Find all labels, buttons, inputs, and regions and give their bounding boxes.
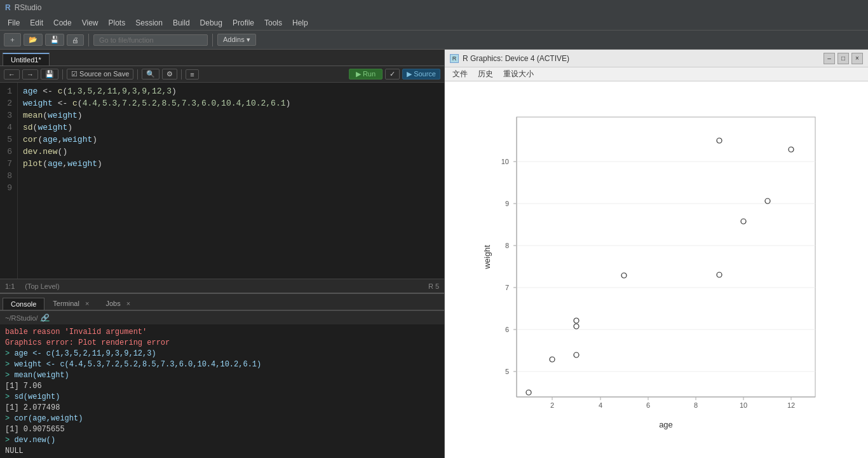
editor-tabs: Untitled1* — [0, 50, 444, 66]
new-file-button[interactable]: ＋ — [4, 33, 21, 46]
editor-sep-1 — [62, 69, 63, 80]
r-version-status: R 5 — [428, 282, 439, 290]
svg-text:6: 6 — [505, 326, 509, 333]
line-numbers: 123456789 — [0, 83, 18, 279]
code-line-2: weight <- c(4.4,5.3,7.2,5.2,8.5,7.3,6.0,… — [23, 97, 439, 109]
svg-text:2: 2 — [550, 401, 554, 409]
goto-file-input[interactable] — [93, 34, 208, 46]
main-layout: Untitled1* ← → 💾 ☑ Source on Save 🔍 ⚙ ≡ — [0, 50, 868, 458]
print-button[interactable]: 🖨 — [67, 34, 84, 46]
save-file-button[interactable]: 💾 — [45, 34, 64, 46]
plot-area: weight age 5 6 — [445, 81, 868, 458]
editor-format-button[interactable]: ≡ — [186, 69, 198, 80]
open-file-button[interactable]: 📂 — [24, 34, 43, 46]
cursor-position: 1:1 — [5, 282, 15, 290]
close-button[interactable]: × — [851, 53, 863, 64]
svg-text:weight: weight — [482, 245, 492, 270]
graphics-menu-resize[interactable]: 重设大小 — [498, 67, 539, 81]
console-path-link[interactable]: 🔗 — [41, 314, 50, 322]
menu-file[interactable]: File — [3, 17, 25, 29]
editor-check-button[interactable]: ✓ — [385, 69, 400, 80]
console-tab-jobs[interactable]: Jobs × — [97, 297, 139, 310]
editor-forward-button[interactable]: → — [22, 69, 38, 80]
menu-session[interactable]: Session — [130, 17, 168, 29]
code-editor[interactable]: 123456789 age <- c(1,3,5,2,11,9,3,9,12,3… — [0, 83, 444, 279]
editor-back-button[interactable]: ← — [4, 69, 20, 80]
editor-area: Untitled1* ← → 💾 ☑ Source on Save 🔍 ⚙ ≡ — [0, 50, 444, 293]
code-line-8 — [23, 170, 439, 182]
svg-text:12: 12 — [787, 401, 795, 409]
menu-help[interactable]: Help — [287, 17, 313, 29]
console-line-mean-result: [1] 7.06 — [5, 381, 439, 392]
console-line-cor-cmd: > cor(age,weight) — [5, 413, 439, 424]
editor-sep-3 — [181, 69, 182, 80]
console-area: Console Terminal × Jobs × ~/RStudio/ 🔗 b… — [0, 293, 444, 458]
toolbar-separator-1 — [88, 34, 89, 46]
graphics-panel: R R Graphics: Device 4 (ACTIVE) – □ × 文件… — [445, 50, 868, 458]
svg-text:7: 7 — [505, 284, 509, 291]
scope-indicator: (Top Level) — [25, 282, 59, 290]
svg-text:8: 8 — [505, 242, 509, 249]
console-tab-console[interactable]: Console — [3, 298, 44, 310]
menu-plots[interactable]: Plots — [104, 17, 131, 29]
menu-tools[interactable]: Tools — [259, 17, 287, 29]
code-line-6: dev.new() — [23, 146, 439, 158]
graphics-menu-file[interactable]: 文件 — [447, 67, 473, 81]
svg-rect-0 — [517, 117, 815, 397]
svg-text:age: age — [659, 420, 673, 429]
menu-code[interactable]: Code — [48, 17, 77, 29]
console-line-error2: Graphics error: Plot rendering error — [5, 338, 439, 349]
svg-text:5: 5 — [505, 368, 509, 375]
console-line-mean-cmd: > mean(weight) — [5, 370, 439, 381]
code-line-7: plot(age,weight) — [23, 158, 439, 170]
console-line-error1: bable reason 'Invalid argument' — [5, 327, 439, 338]
app-icon: R — [5, 3, 11, 12]
editor-toolbar: ← → 💾 ☑ Source on Save 🔍 ⚙ ≡ ▶ Run ✓ ▶ S… — [0, 66, 444, 83]
code-content[interactable]: age <- c(1,3,5,2,11,9,3,9,12,3) weight <… — [18, 83, 444, 279]
run-button[interactable]: ▶ Run — [349, 69, 383, 80]
code-line-5: cor(age,weight) — [23, 134, 439, 146]
main-toolbar: ＋ 📂 💾 🖨 Addins ▾ — [0, 31, 868, 50]
console-line-sd-result: [1] 2.077498 — [5, 403, 439, 413]
menu-debug[interactable]: Debug — [195, 17, 227, 29]
svg-text:10: 10 — [501, 158, 509, 165]
graphics-title-left: R R Graphics: Device 4 (ACTIVE) — [450, 54, 569, 63]
svg-text:10: 10 — [740, 401, 747, 409]
console-line-cor-result: [1] 0.9075655 — [5, 424, 439, 435]
menu-view[interactable]: View — [77, 17, 104, 29]
svg-text:9: 9 — [505, 200, 509, 207]
source-button[interactable]: ▶ Source — [402, 69, 440, 80]
graphics-title-text: R Graphics: Device 4 (ACTIVE) — [463, 54, 569, 63]
console-line-devnew-result: NULL — [5, 446, 439, 457]
console-line-devnew-cmd: > dev.new() — [5, 435, 439, 446]
toolbar-separator-2 — [212, 34, 213, 46]
menu-edit[interactable]: Edit — [25, 17, 48, 29]
graphics-menu-history[interactable]: 历史 — [473, 67, 498, 81]
console-tab-terminal[interactable]: Terminal × — [44, 297, 97, 310]
editor-tab-untitled1[interactable]: Untitled1* — [3, 53, 50, 66]
source-on-save-button[interactable]: ☑ Source on Save — [67, 69, 133, 80]
source-on-save-checkbox: ☑ — [71, 70, 78, 78]
editor-save-button[interactable]: 💾 — [41, 69, 58, 80]
menu-build[interactable]: Build — [168, 17, 195, 29]
minimize-button[interactable]: – — [824, 53, 835, 64]
console-path: ~/RStudio/ 🔗 — [0, 310, 444, 324]
code-line-9 — [23, 182, 439, 194]
maximize-button[interactable]: □ — [837, 53, 849, 64]
svg-text:6: 6 — [646, 401, 650, 409]
console-line-sd-cmd: > sd(weight) — [5, 392, 439, 403]
code-line-3: mean(weight) — [23, 109, 439, 121]
scatter-plot: weight age 5 6 — [478, 104, 834, 435]
addins-button[interactable]: Addins ▾ — [217, 34, 256, 46]
console-line-weight-cmd: > weight <- c(4.4,5.3,7.2,5.2,8.5,7.3,6.… — [5, 359, 439, 370]
editor-status-bar: 1:1 (Top Level) R 5 — [0, 279, 444, 293]
menu-profile[interactable]: Profile — [227, 17, 259, 29]
graphics-window-icon: R — [450, 54, 459, 63]
title-bar: R RStudio — [0, 0, 868, 15]
app-title: RStudio — [15, 3, 42, 12]
svg-text:8: 8 — [694, 401, 698, 409]
editor-search-button[interactable]: 🔍 — [142, 69, 159, 80]
editor-options-button[interactable]: ⚙ — [162, 69, 177, 80]
console-content[interactable]: bable reason 'Invalid argument' Graphics… — [0, 324, 444, 458]
graphics-menu: 文件 历史 重设大小 — [445, 67, 868, 81]
